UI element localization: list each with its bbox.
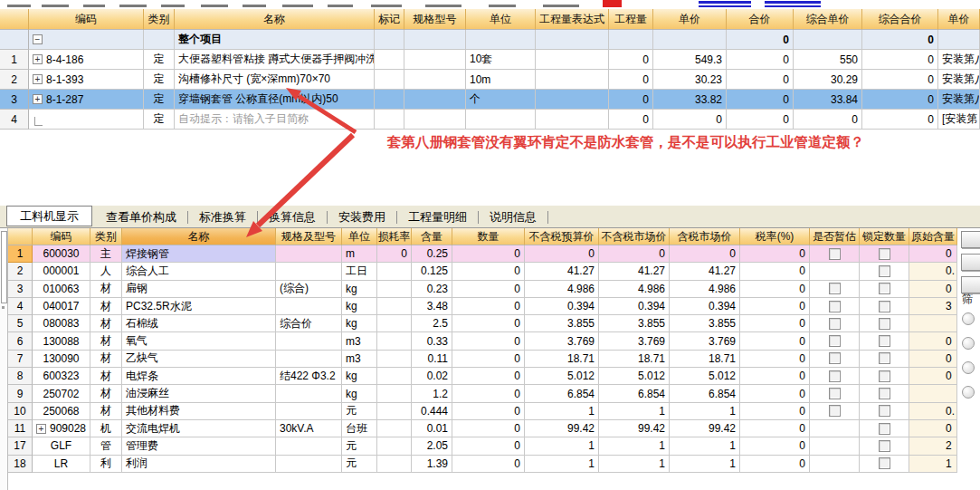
bottom-cell-loss[interactable] <box>377 281 412 298</box>
est-checkbox[interactable] <box>829 405 841 417</box>
bottom-cell-unit[interactable]: m <box>342 245 377 263</box>
bottom-cell-cat[interactable]: 材 <box>90 368 122 385</box>
top-row[interactable]: 4定自动提示：请输入子目简称00000[安装第 <box>0 110 980 130</box>
top-col-mark[interactable]: 标记 <box>375 9 404 30</box>
bottom-cell-rate[interactable]: 0 <box>740 456 810 473</box>
bottom-cell-loss[interactable] <box>377 420 412 437</box>
top-cell-expr[interactable] <box>536 50 609 70</box>
bottom-cell-cat[interactable]: 人 <box>90 263 122 280</box>
top-cell-total[interactable]: 0 <box>727 110 794 130</box>
bottom-row[interactable]: 11+909028机交流电焊机30kV.A台班0.01099.4299.4299… <box>8 420 957 437</box>
filter-radio[interactable] <box>962 337 975 350</box>
bottom-row[interactable]: 8600323材电焊条结422 Φ3.2kg0.0205.0125.0125.0… <box>8 368 957 385</box>
top-cell-expr[interactable] <box>536 70 609 90</box>
top-col-cat[interactable]: 类别 <box>144 9 175 30</box>
bottom-cell-num[interactable]: 7 <box>8 351 33 368</box>
bottom-col-qty[interactable]: 数量 <box>452 228 525 245</box>
tab-3[interactable]: 标准换算 <box>189 208 256 226</box>
bottom-row[interactable]: 6130088材氧气m30.3303.7693.7693.76900 <box>8 332 957 350</box>
bottom-col-est[interactable]: 是否暂估 <box>810 228 860 245</box>
top-cell-price[interactable]: 33.82 <box>653 90 727 110</box>
top-cell-comp_total[interactable]: 0 <box>862 110 938 130</box>
bottom-cell-spec[interactable]: 结422 Φ3.2 <box>276 368 342 385</box>
bottom-cell-content[interactable]: 0.125 <box>412 263 452 280</box>
bottom-cell-content[interactable]: 0.33 <box>412 332 452 350</box>
lock-checkbox[interactable] <box>879 423 890 435</box>
top-cell-total[interactable]: 0 <box>727 90 794 110</box>
bottom-cell-loss[interactable] <box>377 351 412 368</box>
bottom-cell-est[interactable] <box>810 385 860 402</box>
bottom-cell-qty[interactable]: 0 <box>452 332 525 350</box>
top-cell-code[interactable]: +8-1-393 <box>29 70 144 90</box>
bottom-cell-market[interactable]: 0.394 <box>599 298 670 315</box>
lock-checkbox[interactable] <box>879 370 890 382</box>
bottom-cell-qty[interactable]: 0 <box>452 298 525 315</box>
top-cell-total[interactable]: 0 <box>727 50 794 70</box>
bottom-cell-num[interactable]: 5 <box>8 315 33 332</box>
bottom-cell-est[interactable] <box>810 420 860 437</box>
bottom-cell-loss[interactable] <box>377 368 412 385</box>
bottom-cell-lock[interactable] <box>860 332 909 350</box>
bottom-cell-spec[interactable] <box>276 456 342 473</box>
lock-checkbox[interactable] <box>879 388 890 399</box>
top-cell-spec[interactable] <box>404 110 466 130</box>
bottom-cell-code[interactable]: 010063 <box>33 281 90 298</box>
top-col-name[interactable]: 名称 <box>175 9 375 30</box>
bottom-cell-budget[interactable]: 0.394 <box>525 298 599 315</box>
bottom-cell-orig[interactable]: 3 <box>909 298 957 315</box>
bottom-cell-unit[interactable]: 元 <box>342 403 377 420</box>
bottom-cell-loss[interactable] <box>377 437 412 455</box>
bottom-col-lock[interactable]: 锁定数量 <box>860 228 909 245</box>
lock-checkbox[interactable] <box>879 301 890 312</box>
bottom-col-tax[interactable]: 含税市场价 <box>670 228 740 245</box>
top-cell-expr[interactable] <box>536 110 609 130</box>
top-cell-comp_price[interactable]: 0 <box>794 110 862 130</box>
collapse-icon[interactable]: − <box>33 34 43 44</box>
top-cell-comp_total[interactable]: 0 <box>862 90 938 110</box>
bottom-cell-spec[interactable] <box>276 263 342 280</box>
bottom-cell-content[interactable]: 2.05 <box>412 437 452 455</box>
bottom-col-spec[interactable]: 规格及型号 <box>276 228 342 245</box>
expand-icon[interactable]: + <box>36 424 46 434</box>
filter-radio[interactable] <box>962 361 975 374</box>
bottom-cell-content[interactable]: 0.11 <box>412 351 452 368</box>
top-cell-comp_price[interactable]: 33.84 <box>794 90 862 110</box>
top-cell-code[interactable]: +8-1-287 <box>29 90 144 110</box>
top-cell-spec[interactable] <box>404 90 466 110</box>
top-cell-cat[interactable]: 定 <box>144 50 175 70</box>
bottom-cell-rate[interactable]: 0 <box>740 332 810 350</box>
bottom-cell-num[interactable]: 2 <box>8 263 33 280</box>
bottom-cell-orig[interactable] <box>909 385 957 402</box>
top-cell-qty[interactable] <box>609 30 653 50</box>
bottom-cell-spec[interactable] <box>276 385 342 402</box>
bottom-cell-unit[interactable]: 元 <box>342 437 377 455</box>
bottom-cell-unit[interactable]: 台班 <box>342 420 377 437</box>
bottom-cell-qty[interactable]: 0 <box>452 456 525 473</box>
top-cell-name[interactable]: 自动提示：请输入子目简称 <box>175 110 375 130</box>
top-cell-unit[interactable]: 个 <box>466 90 536 110</box>
bottom-cell-qty[interactable]: 0 <box>452 420 525 437</box>
bottom-cell-spec[interactable] <box>276 332 342 350</box>
top-col-comp_total[interactable]: 综合合价 <box>862 9 938 30</box>
bottom-row[interactable]: 18LR利利润元1.39011101 <box>8 456 957 473</box>
top-cell-file[interactable]: [安装第 <box>938 110 980 130</box>
bottom-cell-name[interactable]: 综合人工 <box>122 263 276 280</box>
top-cell-cat[interactable]: 定 <box>144 110 175 130</box>
top-cell-spec[interactable] <box>404 50 466 70</box>
expand-icon[interactable]: + <box>33 94 43 104</box>
toolbar-link-fragment[interactable] <box>699 5 751 7</box>
top-cell-cat[interactable]: 定 <box>144 70 175 90</box>
bottom-cell-qty[interactable]: 0 <box>452 403 525 420</box>
bottom-cell-market[interactable]: 5.012 <box>599 368 670 385</box>
bottom-cell-qty[interactable]: 0 <box>452 245 525 263</box>
bottom-cell-spec[interactable] <box>276 245 342 263</box>
splitter-thumb[interactable] <box>1 231 7 303</box>
bottom-cell-code[interactable]: GLF <box>33 437 90 455</box>
top-cell-price[interactable] <box>653 30 727 50</box>
bottom-cell-budget[interactable]: 1 <box>525 437 599 455</box>
top-cell-code[interactable]: − <box>29 30 144 50</box>
bottom-cell-unit[interactable]: kg <box>342 298 377 315</box>
bottom-col-orig[interactable]: 原始含量 <box>909 228 957 245</box>
top-cell-file[interactable]: 安装第八 <box>938 90 980 110</box>
bottom-cell-market[interactable]: 18.71 <box>599 351 670 368</box>
